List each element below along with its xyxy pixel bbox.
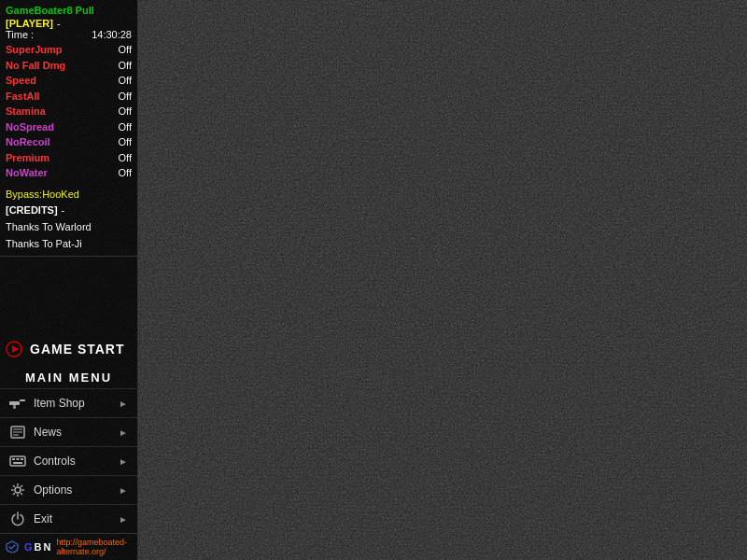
- game-start-area[interactable]: GAME START: [0, 331, 137, 367]
- svg-rect-4: [13, 405, 16, 409]
- menu-item-news-label: News: [34, 426, 111, 439]
- svg-rect-9: [10, 456, 25, 466]
- svg-rect-11: [17, 458, 20, 460]
- menu-item-exit-label: Exit: [34, 512, 111, 525]
- player-label: [PLAYER]: [6, 18, 53, 29]
- menu-arrow-shop: ►: [119, 399, 128, 409]
- menu-item-exit[interactable]: Exit ►: [0, 504, 137, 533]
- bypass-label: Bypass:HooKed: [6, 187, 132, 203]
- menu-arrow-options: ►: [119, 485, 128, 496]
- feature-list: SuperJumpOff No Fall DmgOff SpeedOff Fas…: [6, 42, 132, 181]
- main-menu-title: MAIN MENU: [0, 367, 137, 388]
- svg-rect-10: [12, 458, 15, 460]
- menu-item-controls[interactable]: Controls ►: [0, 446, 137, 475]
- main-menu-section: MAIN MENU Item Shop ►: [0, 367, 137, 533]
- keyboard-icon: [9, 453, 26, 469]
- thanks-1: Thanks To Warlord: [6, 219, 132, 236]
- footer-url: http://gameboated-alternate.org/: [56, 538, 132, 556]
- svg-rect-12: [21, 458, 23, 460]
- svg-line-21: [21, 485, 22, 487]
- menu-item-shop-label: Item Shop: [34, 397, 111, 410]
- feature-norecoil: NoRecoil: [6, 134, 50, 150]
- svg-line-20: [21, 493, 22, 495]
- feature-fastall: FastAll: [6, 89, 40, 105]
- feature-stamina: Stamina: [6, 104, 46, 119]
- credits-value: -: [62, 203, 65, 219]
- menu-arrow-controls: ►: [119, 456, 128, 467]
- svg-point-14: [15, 487, 21, 493]
- time-value: 14:30:28: [92, 29, 132, 40]
- menu-item-controls-label: Controls: [34, 455, 111, 468]
- feature-nowater: NoWater: [6, 165, 48, 181]
- feature-speed: Speed: [6, 73, 36, 89]
- menu-item-news[interactable]: News ►: [0, 417, 137, 446]
- menu-item-options[interactable]: Options ►: [0, 475, 137, 504]
- svg-rect-3: [20, 399, 25, 401]
- bypass-section: Bypass:HooKed [CREDITS] - Thanks To Warl…: [6, 187, 132, 252]
- middle-spacer: [0, 257, 137, 331]
- game-start-icon: [6, 341, 22, 357]
- svg-marker-1: [12, 345, 19, 353]
- footer-logo: G B N: [24, 541, 50, 553]
- menu-arrow-news: ►: [119, 427, 128, 438]
- feature-premium: Premium: [6, 150, 49, 166]
- svg-line-22: [13, 493, 15, 495]
- game-start-label: GAME START: [30, 342, 125, 357]
- credits-label: [CREDITS]: [6, 203, 58, 219]
- background: GameBoater8 Pull [PLAYER] - Time : 14:30…: [0, 0, 747, 560]
- footer-shield-icon: [6, 540, 19, 553]
- player-value: -: [57, 18, 61, 29]
- time-label: Time :: [6, 29, 34, 40]
- menu-item-options-label: Options: [34, 483, 111, 497]
- svg-line-19: [13, 485, 15, 487]
- svg-rect-2: [9, 401, 20, 405]
- game-title: GameBoater8 Pull: [6, 4, 132, 18]
- menu-item-shop[interactable]: Item Shop ►: [0, 388, 137, 417]
- thanks-2: Thanks To Pat-Ji: [6, 236, 132, 253]
- gear-icon: [9, 482, 26, 498]
- feature-nospread: NoSpread: [6, 119, 54, 135]
- feature-super-jump: SuperJump: [6, 42, 63, 58]
- menu-arrow-exit: ►: [119, 514, 128, 525]
- feature-no-fall-dmg: No Fall Dmg: [6, 58, 65, 74]
- power-icon: [9, 511, 26, 527]
- left-panel: GameBoater8 Pull [PLAYER] - Time : 14:30…: [0, 0, 138, 560]
- top-info: GameBoater8 Pull [PLAYER] - Time : 14:30…: [0, 0, 137, 257]
- svg-rect-13: [13, 462, 22, 464]
- news-icon: [9, 424, 26, 441]
- footer: G B N http://gameboated-alternate.org/: [0, 533, 137, 560]
- gun-icon: [9, 395, 26, 412]
